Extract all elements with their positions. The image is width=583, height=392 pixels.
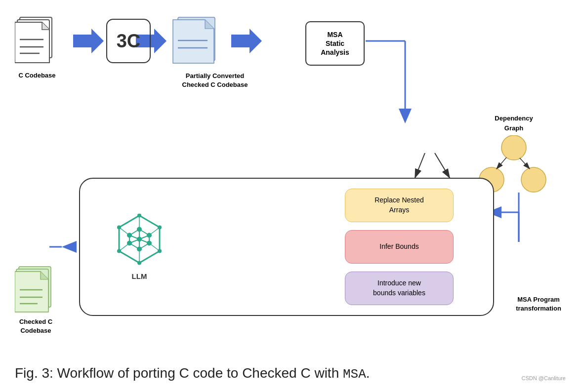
checked-c-area: Checked C Codebase <box>15 264 57 335</box>
csdn-watermark: CSDN @Canliture <box>522 375 566 381</box>
msa-analysis-box: MSA Static Analysis <box>305 21 365 66</box>
llm-brain-icon <box>110 214 169 268</box>
svg-line-44 <box>119 243 129 251</box>
checked-c-label: Checked C Codebase <box>19 317 52 335</box>
dep-node-parent <box>501 135 526 160</box>
3c-label: 3C <box>117 31 141 52</box>
dep-node-right <box>521 167 546 192</box>
svg-line-45 <box>119 228 129 235</box>
output-arrow <box>62 241 77 253</box>
dep-graph-label: Dependency Graph <box>474 114 553 133</box>
dep-arrow1 <box>415 153 425 178</box>
arrow3 <box>231 29 262 53</box>
figure-monospace: MSA <box>343 367 366 382</box>
svg-line-41 <box>149 228 160 235</box>
c-codebase-doc <box>15 15 57 66</box>
c-codebase-label: C Codebase <box>15 72 59 79</box>
dep-arrow2 <box>435 153 450 178</box>
task-infer-bounds: Infer Bounds <box>345 230 454 264</box>
partially-converted-doc <box>170 15 230 66</box>
msa-down-arrow <box>399 109 412 123</box>
tasks-area: Replace Nested Arrays Infer Bounds Intro… <box>345 189 454 305</box>
llm-label: LLM <box>132 272 147 280</box>
diagram-container: C Codebase 3C Partially Converted Checke… <box>0 0 583 392</box>
svg-line-42 <box>149 243 160 251</box>
llm-area: LLM <box>110 214 169 280</box>
partially-converted-label: Partially Converted Checked C Codebase <box>173 72 257 89</box>
3c-box: 3C <box>106 19 151 63</box>
figure-label-text: Fig. 3: Workflow of porting C code to Ch… <box>15 365 339 381</box>
arrow1 <box>73 29 104 53</box>
svg-line-32 <box>129 243 139 249</box>
svg-line-12 <box>497 157 506 169</box>
svg-line-30 <box>129 230 139 235</box>
task-replace-arrays: Replace Nested Arrays <box>345 189 454 222</box>
msa-analysis-label: MSA Static Analysis <box>321 30 349 57</box>
main-llm-box: LLM Replace Nested Arrays Infer Bounds I… <box>79 178 494 316</box>
svg-line-13 <box>520 158 530 169</box>
figure-caption: Fig. 3: Workflow of porting C code to Ch… <box>15 364 568 383</box>
msa-transform-label: MSA Program transformation <box>511 295 566 313</box>
task-introduce-bounds: Introduce new bounds variables <box>345 272 454 305</box>
svg-line-33 <box>139 243 149 249</box>
svg-line-31 <box>139 230 149 235</box>
